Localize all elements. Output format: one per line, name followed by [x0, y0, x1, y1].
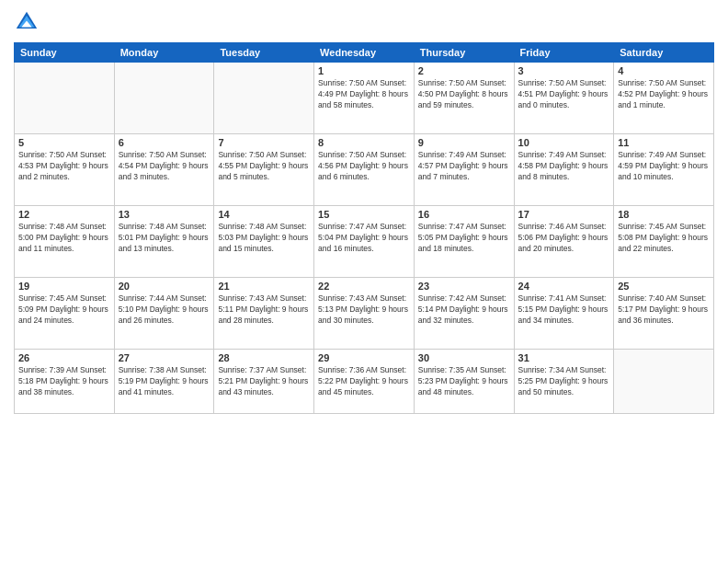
- calendar-cell: [15, 63, 115, 134]
- day-info: Sunrise: 7:43 AM Sunset: 5:11 PM Dayligh…: [218, 293, 310, 327]
- day-number: 22: [318, 281, 410, 292]
- calendar-table: SundayMondayTuesdayWednesdayThursdayFrid…: [14, 42, 714, 414]
- weekday-header-row: SundayMondayTuesdayWednesdayThursdayFrid…: [15, 43, 714, 63]
- page: SundayMondayTuesdayWednesdayThursdayFrid…: [0, 0, 728, 563]
- calendar-cell: 6Sunrise: 7:50 AM Sunset: 4:54 PM Daylig…: [114, 134, 214, 206]
- day-info: Sunrise: 7:41 AM Sunset: 5:15 PM Dayligh…: [518, 293, 610, 327]
- calendar-cell: 28Sunrise: 7:37 AM Sunset: 5:21 PM Dayli…: [214, 350, 314, 414]
- day-number: 30: [418, 352, 510, 363]
- weekday-thursday: Thursday: [414, 43, 514, 63]
- calendar-cell: 7Sunrise: 7:50 AM Sunset: 4:55 PM Daylig…: [214, 134, 314, 206]
- weekday-wednesday: Wednesday: [314, 43, 415, 63]
- calendar-cell: 8Sunrise: 7:50 AM Sunset: 4:56 PM Daylig…: [314, 134, 415, 206]
- calendar-cell: 22Sunrise: 7:43 AM Sunset: 5:13 PM Dayli…: [314, 278, 415, 350]
- calendar-cell: 13Sunrise: 7:48 AM Sunset: 5:01 PM Dayli…: [114, 206, 214, 278]
- day-info: Sunrise: 7:50 AM Sunset: 4:56 PM Dayligh…: [318, 150, 410, 183]
- calendar-week-3: 12Sunrise: 7:48 AM Sunset: 5:00 PM Dayli…: [15, 206, 714, 278]
- day-number: 12: [18, 209, 110, 220]
- day-info: Sunrise: 7:47 AM Sunset: 5:05 PM Dayligh…: [418, 222, 510, 255]
- calendar-week-4: 19Sunrise: 7:45 AM Sunset: 5:09 PM Dayli…: [15, 278, 714, 350]
- day-info: Sunrise: 7:39 AM Sunset: 5:18 PM Dayligh…: [18, 365, 110, 398]
- day-info: Sunrise: 7:46 AM Sunset: 5:06 PM Dayligh…: [518, 222, 610, 255]
- day-number: 11: [618, 137, 710, 148]
- calendar-cell: 29Sunrise: 7:36 AM Sunset: 5:22 PM Dayli…: [314, 350, 415, 414]
- day-number: 19: [18, 281, 110, 292]
- day-number: 17: [518, 209, 610, 220]
- calendar-cell: 17Sunrise: 7:46 AM Sunset: 5:06 PM Dayli…: [514, 206, 614, 278]
- day-number: 26: [18, 352, 110, 363]
- calendar-cell: 27Sunrise: 7:38 AM Sunset: 5:19 PM Dayli…: [114, 350, 214, 414]
- day-info: Sunrise: 7:48 AM Sunset: 5:01 PM Dayligh…: [119, 222, 210, 255]
- calendar-cell: 9Sunrise: 7:49 AM Sunset: 4:57 PM Daylig…: [414, 134, 514, 206]
- calendar-cell: 30Sunrise: 7:35 AM Sunset: 5:23 PM Dayli…: [414, 350, 514, 414]
- day-number: 10: [518, 137, 610, 148]
- calendar-week-1: 1Sunrise: 7:50 AM Sunset: 4:49 PM Daylig…: [15, 63, 714, 134]
- day-info: Sunrise: 7:48 AM Sunset: 5:00 PM Dayligh…: [18, 222, 110, 255]
- day-info: Sunrise: 7:49 AM Sunset: 4:58 PM Dayligh…: [518, 150, 610, 183]
- day-info: Sunrise: 7:47 AM Sunset: 5:04 PM Dayligh…: [318, 222, 410, 255]
- day-number: 16: [418, 209, 510, 220]
- weekday-tuesday: Tuesday: [214, 43, 314, 63]
- day-number: 1: [318, 65, 410, 76]
- calendar-week-2: 5Sunrise: 7:50 AM Sunset: 4:53 PM Daylig…: [15, 134, 714, 206]
- day-number: 3: [518, 65, 610, 76]
- calendar-cell: 24Sunrise: 7:41 AM Sunset: 5:15 PM Dayli…: [514, 278, 614, 350]
- day-number: 13: [119, 209, 210, 220]
- day-number: 29: [318, 352, 410, 363]
- calendar-cell: 15Sunrise: 7:47 AM Sunset: 5:04 PM Dayli…: [314, 206, 415, 278]
- day-info: Sunrise: 7:49 AM Sunset: 4:59 PM Dayligh…: [618, 150, 710, 183]
- calendar-cell: 10Sunrise: 7:49 AM Sunset: 4:58 PM Dayli…: [514, 134, 614, 206]
- day-info: Sunrise: 7:37 AM Sunset: 5:21 PM Dayligh…: [218, 365, 310, 398]
- header: [14, 9, 714, 35]
- calendar-cell: 1Sunrise: 7:50 AM Sunset: 4:49 PM Daylig…: [314, 63, 415, 134]
- day-number: 9: [418, 137, 510, 148]
- calendar-cell: 25Sunrise: 7:40 AM Sunset: 5:17 PM Dayli…: [614, 278, 714, 350]
- day-info: Sunrise: 7:38 AM Sunset: 5:19 PM Dayligh…: [119, 365, 210, 398]
- calendar-cell: 2Sunrise: 7:50 AM Sunset: 4:50 PM Daylig…: [414, 63, 514, 134]
- logo: [14, 9, 43, 35]
- calendar-cell: 23Sunrise: 7:42 AM Sunset: 5:14 PM Dayli…: [414, 278, 514, 350]
- calendar-cell: 26Sunrise: 7:39 AM Sunset: 5:18 PM Dayli…: [15, 350, 115, 414]
- day-number: 8: [318, 137, 410, 148]
- day-number: 21: [218, 281, 310, 292]
- day-info: Sunrise: 7:50 AM Sunset: 4:53 PM Dayligh…: [18, 150, 110, 183]
- day-info: Sunrise: 7:50 AM Sunset: 4:54 PM Dayligh…: [119, 150, 210, 183]
- calendar-cell: [214, 63, 314, 134]
- day-info: Sunrise: 7:36 AM Sunset: 5:22 PM Dayligh…: [318, 365, 410, 398]
- calendar-cell: 20Sunrise: 7:44 AM Sunset: 5:10 PM Dayli…: [114, 278, 214, 350]
- day-number: 28: [218, 352, 310, 363]
- calendar-cell: 12Sunrise: 7:48 AM Sunset: 5:00 PM Dayli…: [15, 206, 115, 278]
- day-info: Sunrise: 7:50 AM Sunset: 4:52 PM Dayligh…: [618, 78, 710, 111]
- calendar-cell: [114, 63, 214, 134]
- day-info: Sunrise: 7:35 AM Sunset: 5:23 PM Dayligh…: [418, 365, 510, 398]
- day-number: 4: [618, 65, 710, 76]
- day-number: 5: [18, 137, 110, 148]
- day-number: 24: [518, 281, 610, 292]
- day-number: 14: [218, 209, 310, 220]
- day-info: Sunrise: 7:43 AM Sunset: 5:13 PM Dayligh…: [318, 293, 410, 327]
- calendar-cell: 19Sunrise: 7:45 AM Sunset: 5:09 PM Dayli…: [15, 278, 115, 350]
- weekday-friday: Friday: [514, 43, 614, 63]
- calendar-cell: 3Sunrise: 7:50 AM Sunset: 4:51 PM Daylig…: [514, 63, 614, 134]
- day-info: Sunrise: 7:48 AM Sunset: 5:03 PM Dayligh…: [218, 222, 310, 255]
- day-info: Sunrise: 7:34 AM Sunset: 5:25 PM Dayligh…: [518, 365, 610, 398]
- calendar-cell: 4Sunrise: 7:50 AM Sunset: 4:52 PM Daylig…: [614, 63, 714, 134]
- logo-icon: [14, 9, 40, 35]
- day-number: 31: [518, 352, 610, 363]
- calendar-week-5: 26Sunrise: 7:39 AM Sunset: 5:18 PM Dayli…: [15, 350, 714, 414]
- calendar-cell: 14Sunrise: 7:48 AM Sunset: 5:03 PM Dayli…: [214, 206, 314, 278]
- day-number: 15: [318, 209, 410, 220]
- weekday-saturday: Saturday: [614, 43, 714, 63]
- calendar-cell: 31Sunrise: 7:34 AM Sunset: 5:25 PM Dayli…: [514, 350, 614, 414]
- day-number: 23: [418, 281, 510, 292]
- calendar-cell: [614, 350, 714, 414]
- day-number: 7: [218, 137, 310, 148]
- day-number: 18: [618, 209, 710, 220]
- day-info: Sunrise: 7:44 AM Sunset: 5:10 PM Dayligh…: [119, 293, 210, 327]
- day-info: Sunrise: 7:49 AM Sunset: 4:57 PM Dayligh…: [418, 150, 510, 183]
- day-info: Sunrise: 7:45 AM Sunset: 5:09 PM Dayligh…: [18, 293, 110, 327]
- day-info: Sunrise: 7:42 AM Sunset: 5:14 PM Dayligh…: [418, 293, 510, 327]
- day-number: 20: [119, 281, 210, 292]
- calendar-cell: 18Sunrise: 7:45 AM Sunset: 5:08 PM Dayli…: [614, 206, 714, 278]
- day-number: 2: [418, 65, 510, 76]
